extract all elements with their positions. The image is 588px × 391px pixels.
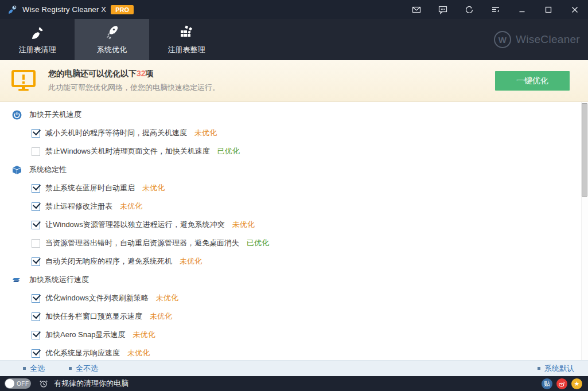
warning-monitor-icon: [11, 70, 36, 92]
tab-system-optimize[interactable]: 系统优化: [75, 19, 149, 60]
speed-icon: [12, 275, 22, 285]
item-label: 优化系统显示响应速度: [45, 348, 120, 358]
tab-bar: 注册表清理 系统优化 注册表整理 W WiseCleaner: [0, 19, 588, 60]
item-label: 加快任务栏窗口预览显示速度: [45, 311, 142, 322]
checkbox-unchecked[interactable]: [32, 239, 40, 248]
tab-registry-defrag[interactable]: 注册表整理: [149, 19, 224, 60]
scrollbar[interactable]: [581, 102, 588, 360]
item-label: 禁止Windows关机时清理页面文件，加快关机速度: [45, 146, 210, 157]
select-all-link[interactable]: 全选: [23, 363, 45, 374]
star-icon[interactable]: ★: [571, 378, 582, 389]
bullet-icon: [538, 367, 540, 370]
wisecleaner-logo-icon: W: [494, 31, 511, 48]
optimize-item-row: 当资源管理器出错时，自动重启资源管理器，避免桌面消失已优化: [0, 234, 588, 252]
optimize-item-row: 禁止远程修改注册表未优化: [0, 197, 588, 216]
item-status: 未优化: [232, 220, 255, 230]
app-title: Wise Registry Cleaner X: [22, 5, 106, 14]
one-click-optimize-button[interactable]: 一键优化: [495, 71, 570, 91]
item-status: 未优化: [180, 256, 202, 267]
item-label: 禁止系统在蓝屏时自动重启: [45, 183, 135, 193]
tab-label: 注册表清理: [19, 45, 56, 55]
optimize-item-row: 减小关机时的程序等待时间，提高关机速度未优化: [0, 124, 588, 142]
item-label: 自动关闭无响应的程序，避免系统死机: [45, 256, 172, 267]
feedback-icon[interactable]: [430, 0, 456, 19]
title-bar: Wise Registry Cleaner X PRO: [0, 0, 588, 19]
optimize-list: 加快开关机速度减小关机时的程序等待时间，提高关机速度未优化禁止Windows关机…: [0, 102, 588, 360]
optimize-item-row: 自动关闭无响应的程序，避免系统死机未优化: [0, 252, 588, 271]
item-status: 未优化: [120, 201, 142, 212]
item-status: 已优化: [247, 238, 269, 248]
optimize-item-row: 禁止系统在蓝屏时自动重启未优化: [0, 179, 588, 197]
section-header: 加快开关机速度: [0, 105, 588, 124]
mail-icon[interactable]: [403, 0, 430, 19]
defrag-icon: [178, 24, 195, 41]
app-logo-icon: [7, 5, 17, 15]
checkbox-checked[interactable]: [32, 221, 40, 229]
checkbox-checked[interactable]: [32, 294, 40, 303]
item-status: 未优化: [142, 183, 165, 193]
tab-registry-clean[interactable]: 注册表清理: [0, 19, 75, 60]
notification-title: 您的电脑还可以优化以下32项: [48, 69, 220, 79]
status-bar: OFF 有规律的清理你的电脑 贴 ★: [0, 376, 588, 391]
pro-badge: PRO: [111, 5, 134, 14]
item-label: 减小关机时的程序等待时间，提高关机速度: [45, 128, 187, 138]
bullet-icon: [23, 367, 26, 370]
menu-icon[interactable]: [482, 0, 509, 19]
tieba-icon[interactable]: 贴: [542, 378, 552, 389]
item-label: 优化windows文件列表刷新策略: [45, 293, 149, 303]
item-status: 未优化: [127, 348, 150, 358]
optimize-item-row: 优化windows文件列表刷新策略未优化: [0, 289, 588, 307]
schedule-toggle[interactable]: OFF: [5, 378, 31, 389]
brush-icon: [29, 24, 46, 41]
rocket-icon: [103, 24, 120, 41]
power-icon: [12, 110, 22, 120]
item-label: 当资源管理器出错时，自动重启资源管理器，避免桌面消失: [45, 238, 239, 248]
optimize-item-row: 加快Aero Snap显示速度未优化: [0, 326, 588, 344]
footer-toolbar: 全选 全不选 系统默认: [0, 360, 588, 376]
weibo-icon[interactable]: [556, 378, 567, 389]
schedule-hint-text: 有规律的清理你的电脑: [54, 378, 128, 389]
item-label: 加快Aero Snap显示速度: [45, 330, 125, 340]
checkbox-unchecked[interactable]: [32, 147, 40, 156]
item-status: 未优化: [194, 128, 217, 138]
social-links: 贴 ★: [542, 378, 582, 389]
section-title: 加快系统运行速度: [29, 275, 89, 285]
checkbox-checked[interactable]: [32, 312, 40, 321]
item-label: 禁止远程修改注册表: [45, 201, 112, 212]
tab-label: 系统优化: [97, 45, 127, 55]
section-title: 加快开关机速度: [29, 110, 81, 120]
notification-bar: 您的电脑还可以优化以下32项 此功能可帮您优化网络，使您的电脑快速稳定运行。 一…: [0, 60, 588, 102]
checkbox-checked[interactable]: [32, 184, 40, 193]
tab-label: 注册表整理: [168, 45, 205, 55]
checkbox-checked[interactable]: [32, 349, 40, 358]
optimizable-count: 32: [137, 69, 146, 78]
wisecleaner-logo: W WiseCleaner: [494, 19, 580, 60]
wisecleaner-logo-text: WiseCleaner: [516, 33, 580, 46]
checkbox-checked[interactable]: [32, 129, 40, 138]
close-icon[interactable]: [562, 0, 588, 19]
toggle-state-label: OFF: [17, 381, 29, 387]
notification-texts: 您的电脑还可以优化以下32项 此功能可帮您优化网络，使您的电脑快速稳定运行。: [48, 69, 220, 93]
section-header: 加快系统运行速度: [0, 271, 588, 289]
checkbox-checked[interactable]: [32, 331, 40, 339]
support-icon[interactable]: [456, 0, 482, 19]
optimize-item-row: 让Windows资源管理器以独立进程运行，避免系统冲突未优化: [0, 216, 588, 234]
titlebar-actions: [403, 0, 588, 19]
scrollbar-thumb[interactable]: [582, 103, 587, 197]
cube-icon: [12, 165, 22, 175]
system-default-link[interactable]: 系统默认: [538, 363, 574, 374]
optimize-list-container: 加快开关机速度减小关机时的程序等待时间，提高关机速度未优化禁止Windows关机…: [0, 102, 588, 360]
optimize-item-row: 禁止Windows关机时清理页面文件，加快关机速度已优化: [0, 142, 588, 161]
item-status: 未优化: [156, 293, 178, 303]
item-status: 未优化: [150, 311, 172, 322]
item-label: 让Windows资源管理器以独立进程运行，避免系统冲突: [45, 220, 225, 230]
minimize-icon[interactable]: [509, 0, 535, 19]
select-none-link[interactable]: 全不选: [69, 363, 98, 374]
optimize-item-row: 优化系统显示响应速度未优化: [0, 344, 588, 360]
section-title: 系统稳定性: [29, 165, 67, 175]
optimize-item-row: 加快任务栏窗口预览显示速度未优化: [0, 307, 588, 326]
checkbox-checked[interactable]: [32, 257, 40, 266]
maximize-icon[interactable]: [535, 0, 562, 19]
alarm-clock-icon: [39, 379, 48, 388]
checkbox-checked[interactable]: [32, 202, 40, 211]
